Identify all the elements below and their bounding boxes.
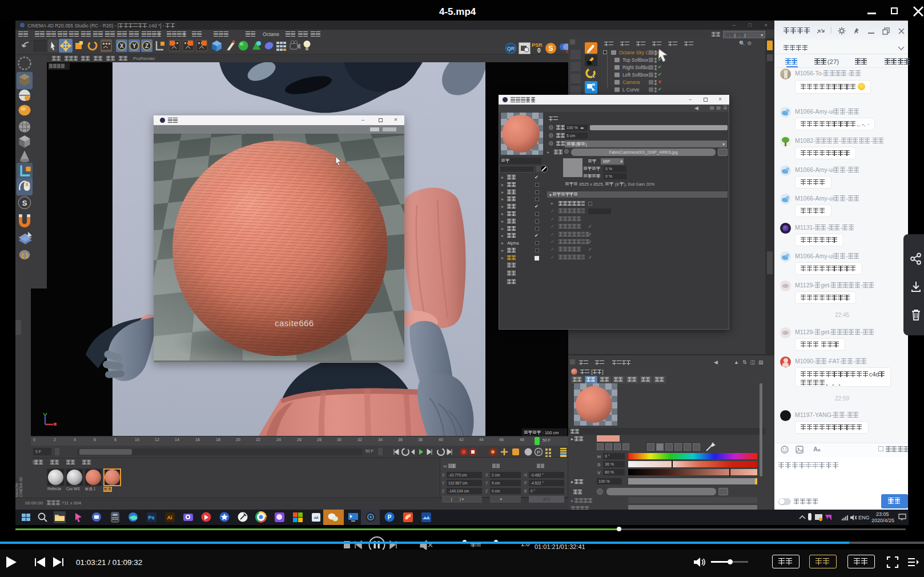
svg-text:S: S (548, 45, 553, 53)
svg-text:S: S (22, 199, 27, 207)
svg-text:QR: QR (507, 46, 515, 51)
svg-text:( ): ( ) (21, 251, 27, 259)
svg-text:Ps: Ps (148, 515, 154, 520)
svg-text:Z: Z (145, 43, 148, 49)
svg-text:Y: Y (132, 43, 136, 49)
svg-text:P: P (537, 450, 540, 455)
svg-text:X: X (120, 43, 124, 49)
svg-text:Ai: Ai (167, 515, 172, 520)
svg-text:P: P (388, 514, 392, 520)
